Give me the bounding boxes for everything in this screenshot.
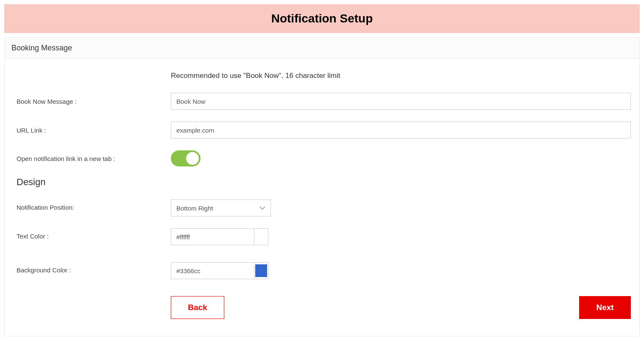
text-color-label: Text Color : bbox=[13, 228, 171, 240]
page-title: Notification Setup bbox=[4, 12, 640, 25]
text-color-picker[interactable] bbox=[254, 228, 268, 245]
new-tab-toggle[interactable] bbox=[171, 150, 201, 166]
settings-card: Booking Message Recommended to use "Book… bbox=[4, 37, 640, 336]
card-title: Booking Message bbox=[11, 44, 633, 53]
url-label: URL Link : bbox=[13, 127, 171, 134]
back-button[interactable]: Back bbox=[171, 296, 224, 319]
url-row: URL Link : bbox=[13, 122, 631, 139]
bg-color-label: Background Color : bbox=[13, 262, 171, 274]
url-input[interactable] bbox=[171, 122, 631, 139]
book-now-label: Book Now Message : bbox=[13, 98, 171, 105]
text-color-swatch bbox=[255, 230, 267, 243]
bg-color-input[interactable] bbox=[171, 262, 254, 279]
page-header: Notification Setup bbox=[4, 4, 640, 33]
card-body: Recommended to use "Book Now", 16 charac… bbox=[5, 59, 639, 336]
next-button[interactable]: Next bbox=[579, 296, 631, 319]
position-label: Notification Position: bbox=[13, 200, 171, 211]
card-header: Booking Message bbox=[5, 38, 639, 59]
book-now-row: Book Now Message : bbox=[13, 93, 631, 110]
position-row: Notification Position: Bottom Right bbox=[13, 200, 631, 216]
position-value: Bottom Right bbox=[176, 205, 213, 212]
design-section-title: Design bbox=[13, 177, 631, 188]
bg-color-swatch bbox=[255, 264, 267, 277]
position-select[interactable]: Bottom Right bbox=[171, 200, 271, 216]
hint-text: Recommended to use "Book Now", 16 charac… bbox=[171, 72, 631, 80]
text-color-row: Text Color : bbox=[13, 228, 631, 245]
text-color-input[interactable] bbox=[171, 228, 254, 245]
new-tab-label: Open notification link in a new tab : bbox=[13, 155, 171, 162]
book-now-input[interactable] bbox=[171, 93, 631, 110]
bg-color-picker[interactable] bbox=[254, 262, 268, 279]
new-tab-row: Open notification link in a new tab : bbox=[13, 150, 631, 166]
button-row: Back Next bbox=[13, 296, 631, 319]
chevron-down-icon bbox=[259, 206, 265, 210]
bg-color-row: Background Color : bbox=[13, 262, 631, 279]
